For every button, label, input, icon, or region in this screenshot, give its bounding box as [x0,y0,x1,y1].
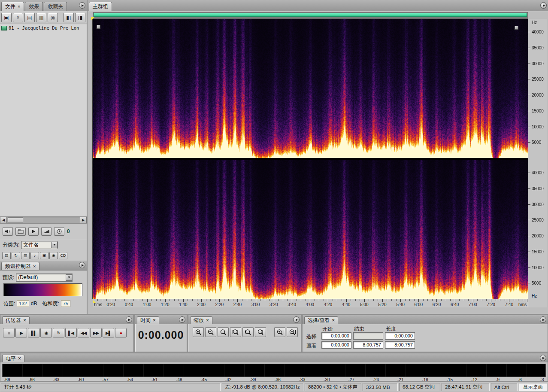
zoom-in-horizontal-button[interactable] [193,327,204,337]
show-session-files-toggle[interactable]: ▣ [40,252,48,259]
playhead-line[interactable] [93,19,93,299]
zoom-out-vertical-button[interactable] [287,327,298,337]
pause-button[interactable]: ▌▌ [28,328,39,337]
view-length-field[interactable]: 8:00.757 [385,341,415,349]
show-options-left-button[interactable]: ◧ [64,13,74,22]
level-tick: -3 [540,377,544,382]
show-midi-files-toggle[interactable]: ♪ [30,252,39,259]
tab-favorites[interactable]: 收藏夹 [44,2,67,11]
chevron-down-icon[interactable] [66,274,72,281]
close-icon[interactable]: × [206,317,209,323]
panel-menu-icon[interactable] [79,262,85,268]
show-video-files-toggle[interactable]: ▥ [21,252,30,259]
scroll-right-icon[interactable]: ▶ [80,217,87,223]
selection-length-field[interactable]: 0:00.000 [385,332,415,340]
fast-forward-button[interactable]: ▶▶ [90,328,102,337]
panel-menu-icon[interactable] [540,316,546,323]
preview-play-button[interactable] [28,227,39,236]
record-button[interactable]: ● [115,328,127,337]
insert-into-multitrack-button[interactable]: ▥ [36,13,46,22]
sort-dropdown[interactable]: 文件名 [21,241,58,249]
scroll-left-icon[interactable]: ◀ [0,217,7,223]
play-button[interactable]: ▶ [15,328,27,337]
tab-time[interactable]: 时间 × [137,316,159,324]
tab-spectral-controls[interactable]: 频谱控制器 × [1,262,39,270]
show-options-right-button[interactable]: ◨ [75,13,85,22]
show-loop-files-toggle[interactable]: ↻ [12,252,20,259]
zoom-out-full-button[interactable] [218,327,229,337]
sort-label: 分类为: [3,241,19,249]
playhead-marker-top[interactable] [91,17,95,21]
view-end-field[interactable]: 8:00.757 [353,341,383,349]
level-tick: -42 [225,377,231,382]
spectral-gradient-bar[interactable] [3,283,82,296]
preset-dropdown[interactable]: (Default) [16,273,73,282]
time-tick [400,299,401,302]
zoom-in-vertical-button[interactable] [274,327,285,337]
close-icon[interactable]: × [18,5,20,9]
zoom-out-horizontal-button[interactable] [205,327,216,337]
preview-mute-button[interactable] [3,227,13,236]
preview-volume-value[interactable]: 0 [67,228,70,234]
close-icon[interactable]: × [153,317,156,323]
preview-auto-play-toggle[interactable]: ◉ [49,252,58,259]
panel-menu-icon[interactable] [79,2,85,9]
chevron-down-icon[interactable] [51,242,58,248]
panel-menu-icon[interactable] [540,2,547,9]
rewind-button[interactable]: ◀◀ [78,328,89,337]
zoom-to-selection-right-button[interactable] [255,327,266,337]
panel-menu-icon[interactable] [179,316,185,323]
scrollbar-track[interactable] [7,217,80,223]
view-start-field[interactable]: 0:00.000 [321,341,351,349]
close-icon[interactable]: × [332,317,335,323]
play-looped-button[interactable]: ↻ [53,328,64,337]
edit-file-button[interactable]: ▤ [24,13,35,22]
tab-main-group[interactable]: 主群组 [89,2,112,11]
panel-menu-icon[interactable] [126,316,132,323]
tab-transport[interactable]: 传送器 × [2,316,30,324]
preview-timer-button[interactable] [54,227,64,236]
tab-selection-view[interactable]: 选择/查看 × [304,316,338,324]
preview-folder-button[interactable] [15,227,26,236]
scrollbar-thumb[interactable] [8,217,23,222]
close-icon[interactable]: × [18,356,21,362]
file-list[interactable]: 01 - Jacqueline Du Pre Lon [0,24,87,217]
close-files-button[interactable]: × [13,13,23,22]
main-group-panel: 主群组 hms hms 0:200:401:001:201:402:002:20… [88,0,548,314]
zoom-to-selection-left-button[interactable] [242,327,254,337]
selection-start-field[interactable]: 0:00.000 [321,332,351,340]
tab-effects[interactable]: 效果 [25,2,43,11]
file-list-item[interactable]: 01 - Jacqueline Du Pre Lon [0,24,87,31]
import-file-button[interactable]: ▣ [1,13,12,22]
range-value[interactable]: 132 [17,300,29,307]
preview-volume-button[interactable] [41,227,51,236]
go-to-end-button[interactable]: ▶▌ [103,328,114,337]
zoom-to-selection-button[interactable] [230,327,241,337]
show-desktop-button[interactable]: 显示桌面 [519,383,547,391]
selection-end-field[interactable] [353,332,383,340]
close-icon[interactable]: × [33,264,36,268]
stop-button[interactable]: ■ [3,328,15,337]
horizontal-navigator-track[interactable] [93,12,528,18]
saturation-value[interactable]: 75 [61,300,70,307]
go-to-beginning-button[interactable]: ▌◀ [65,328,77,337]
time-ruler[interactable]: hms hms 0:200:401:001:201:402:002:202:40… [93,299,528,307]
time-tick [346,299,347,302]
show-cd-list-toggle[interactable]: CD [59,252,67,259]
level-meter[interactable] [2,364,546,377]
horizontal-navigator-bar[interactable] [94,13,527,17]
panel-menu-icon[interactable] [540,355,546,361]
frequency-ruler[interactable]: Hz Hz 4000035000300002500020000150001000… [528,19,547,307]
spectral-display[interactable] [93,19,528,299]
show-audio-files-toggle[interactable]: ▤ [2,252,11,259]
file-list-hscrollbar[interactable]: ◀ ▶ [0,217,87,224]
insert-into-cd-button[interactable]: ◎ [48,13,58,22]
tab-levels[interactable]: 电平 × [2,355,24,362]
play-from-cursor-button[interactable]: ◉ [40,328,52,337]
tab-files[interactable]: 文件 × [1,2,24,11]
tab-zoom[interactable]: 缩放 × [190,316,212,324]
time-tick [301,299,301,301]
spectrogram-canvas[interactable] [93,19,528,299]
panel-menu-icon[interactable] [293,316,300,323]
close-icon[interactable]: × [23,317,26,323]
